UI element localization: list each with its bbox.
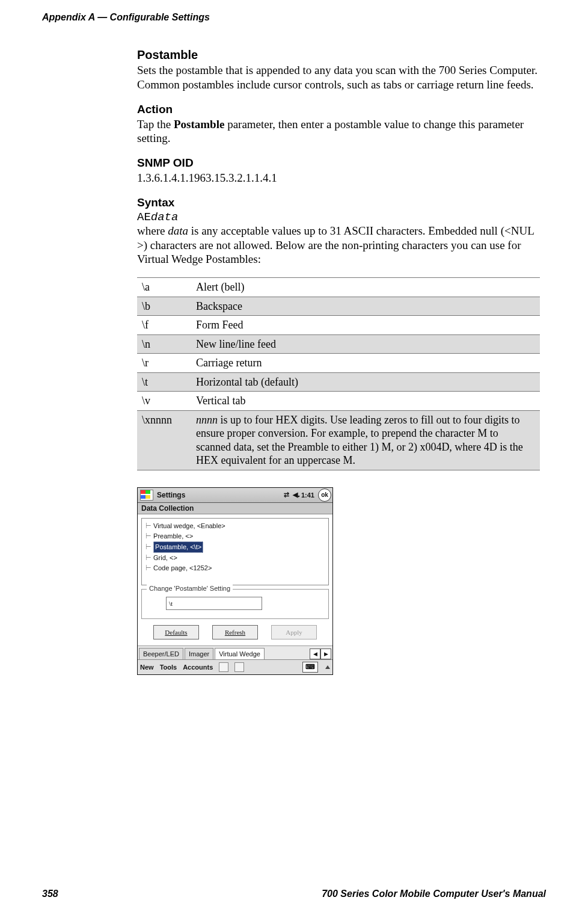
table-row: \nNew line/line feed: [137, 334, 540, 354]
char-desc: Vertical tab: [191, 392, 540, 411]
syntax-heading: Syntax: [137, 196, 546, 209]
settings-window: Settings ⇄ ◀𝅘 1:41 ok Data Collection ⊢ …: [137, 487, 333, 675]
table-row: \xnnnnnnnn is up to four HEX digits. Use…: [137, 410, 540, 470]
group-label: Change 'Postamble' Setting: [147, 585, 233, 592]
snmp-heading: SNMP OID: [137, 156, 546, 170]
char-code: \f: [137, 316, 191, 335]
page-footer: 358 700 Series Color Mobile Computer Use…: [42, 889, 546, 899]
tab[interactable]: Beeper/LED: [139, 648, 183, 659]
header-text: Appendix A — Configurable Settings: [42, 12, 210, 22]
tab-scroll-right[interactable]: ▶: [320, 649, 331, 659]
page-header: Appendix A — Configurable Settings: [42, 12, 546, 23]
small-icon-2[interactable]: [234, 662, 244, 672]
syntax-italic: data: [168, 224, 188, 237]
syntax-before: where: [137, 224, 168, 237]
change-setting-group: Change 'Postamble' Setting: [141, 589, 329, 619]
tree-item-label: Code page, <1252>: [153, 564, 212, 571]
syntax-mono: AEdata: [137, 211, 546, 224]
action-body: Tap the Postamble parameter, then enter …: [137, 117, 546, 146]
keyboard-button[interactable]: ⌨: [302, 662, 318, 673]
action-heading: Action: [137, 103, 546, 116]
connectivity-icon[interactable]: ⇄: [284, 491, 289, 499]
defaults-button[interactable]: Defaults: [153, 625, 199, 639]
tree-item-label: Grid, <>: [153, 554, 177, 561]
char-desc: Backspace: [191, 297, 540, 316]
syntax-prefix: AE: [137, 211, 151, 224]
syntax-data: data: [151, 211, 179, 224]
char-code: \r: [137, 354, 191, 373]
tab-strip: Beeper/LEDImagerVirtual Wedge ◀ ▶: [138, 645, 332, 659]
postamble-heading: Postamble: [137, 48, 546, 62]
tree-item-label: Postamble, <\t>: [153, 541, 203, 553]
table-row: \vVertical tab: [137, 392, 540, 411]
char-desc: Form Feed: [191, 316, 540, 335]
char-code: \t: [137, 372, 191, 392]
char-desc: Alert (bell): [191, 278, 540, 297]
tree-item-label: Virtual wedge, <Enable>: [153, 522, 225, 529]
tree-item[interactable]: ⊢ Code page, <1252>: [145, 563, 325, 573]
char-code: \v: [137, 392, 191, 411]
start-flag-icon[interactable]: [140, 490, 153, 501]
tree-item[interactable]: ⊢ Virtual wedge, <Enable>: [145, 521, 325, 531]
apply-button: Apply: [271, 625, 317, 639]
snmp-value: 1.3.6.1.4.1.1963.15.3.2.1.1.4.1: [137, 171, 546, 185]
tree-item[interactable]: ⊢ Preamble, <>: [145, 531, 325, 541]
tab-scroll: ◀ ▶: [310, 649, 331, 659]
section-title: Data Collection: [138, 503, 332, 514]
menu-new[interactable]: New: [140, 664, 154, 671]
tab-scroll-left[interactable]: ◀: [310, 649, 320, 659]
syntax-after: is any acceptable values up to 31 ASCII …: [137, 224, 534, 266]
speaker-icon[interactable]: ◀𝅘: [293, 491, 298, 499]
char-desc: Horizontal tab (default): [191, 372, 540, 392]
tab[interactable]: Imager: [185, 648, 213, 659]
char-code: \a: [137, 278, 191, 297]
settings-tree[interactable]: ⊢ Virtual wedge, <Enable>⊢ Preamble, <>⊢…: [141, 518, 329, 585]
bottom-bar: New Tools Accounts ⌨: [138, 659, 332, 674]
char-code: \xnnnn: [137, 410, 191, 470]
small-icon-1[interactable]: [219, 662, 228, 672]
button-row: Defaults Refresh Apply: [141, 625, 329, 639]
char-table: \aAlert (bell)\bBackspace\fForm Feed\nNe…: [137, 277, 540, 470]
table-row: \fForm Feed: [137, 316, 540, 335]
footer-title: 700 Series Color Mobile Computer User's …: [322, 889, 546, 899]
tab[interactable]: Virtual Wedge: [215, 648, 265, 659]
table-row: \rCarriage return: [137, 354, 540, 373]
table-row: \bBackspace: [137, 297, 540, 316]
char-desc: New line/line feed: [191, 334, 540, 354]
char-code: \n: [137, 334, 191, 354]
table-row: \tHorizontal tab (default): [137, 372, 540, 392]
window-title: Settings: [157, 491, 280, 499]
tree-item[interactable]: ⊢ Postamble, <\t>: [145, 541, 325, 553]
table-row: \aAlert (bell): [137, 278, 540, 297]
char-code: \b: [137, 297, 191, 316]
syntax-body: where data is any acceptable values up t…: [137, 224, 546, 266]
page: Appendix A — Configurable Settings Posta…: [0, 0, 588, 915]
menu-tools[interactable]: Tools: [160, 664, 177, 671]
char-table-body: \aAlert (bell)\bBackspace\fForm Feed\nNe…: [137, 278, 540, 470]
page-number: 358: [42, 889, 58, 899]
postamble-input[interactable]: [166, 597, 262, 610]
char-desc: nnnn is up to four HEX digits. Use leadi…: [191, 410, 540, 470]
action-bold: Postamble: [174, 118, 224, 131]
main-content: Postamble Sets the postamble that is app…: [137, 48, 546, 675]
postamble-body: Sets the postamble that is appended to a…: [137, 63, 546, 92]
refresh-button[interactable]: Refresh: [212, 625, 258, 639]
titlebar: Settings ⇄ ◀𝅘 1:41 ok: [138, 488, 332, 503]
up-arrow-icon[interactable]: [325, 665, 330, 669]
ok-button[interactable]: ok: [318, 488, 331, 502]
tree-item[interactable]: ⊢ Grid, <>: [145, 553, 325, 563]
menu-accounts[interactable]: Accounts: [183, 664, 213, 671]
tree-item-label: Preamble, <>: [153, 532, 193, 540]
clock: 1:41: [301, 491, 314, 499]
action-before: Tap the: [137, 118, 174, 131]
char-desc: Carriage return: [191, 354, 540, 373]
